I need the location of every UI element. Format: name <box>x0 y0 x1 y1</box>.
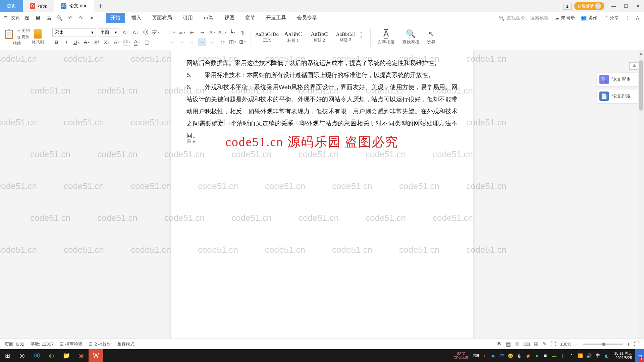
decrease-indent-icon[interactable]: ⇤ <box>188 28 196 37</box>
find-replace-button[interactable]: 🔍查找替换 <box>399 29 422 45</box>
window-count-badge[interactable]: 1 <box>563 3 572 10</box>
collapse-ribbon-icon[interactable]: ⋀ <box>636 15 639 21</box>
underline-icon[interactable]: U <box>72 38 80 46</box>
tray-icon-3[interactable]: ◆ <box>489 349 497 362</box>
wifi-icon[interactable]: 📶 <box>576 349 585 362</box>
highlight-icon[interactable]: ab <box>123 38 131 46</box>
outline-view-icon[interactable]: ≣ <box>515 341 519 347</box>
page[interactable]: 网站后台数据库。采用这些技术降低了以后的系统运营成本，提高了系统的稳定性和易维护… <box>171 50 473 349</box>
cut-button[interactable]: ✂ 剪切 <box>17 28 30 34</box>
style-h3[interactable]: AaBbCcI标题 3 <box>333 29 358 46</box>
minimize-button[interactable]: — <box>608 0 620 12</box>
vertical-scrollbar[interactable]: ▲ ▼ <box>638 50 644 349</box>
tray-expand-icon[interactable]: ⌃ <box>567 349 576 362</box>
menu-view[interactable]: 视图 <box>220 13 239 23</box>
tray-icon-10[interactable]: ▬ <box>550 349 558 362</box>
fullscreen-icon[interactable]: ⛶ <box>634 341 639 347</box>
share-button[interactable]: ↗ 分享 <box>603 15 619 21</box>
menu-start[interactable]: 开始 <box>106 13 125 23</box>
print-icon[interactable]: 🖶 <box>45 15 53 21</box>
clear-format-icon[interactable]: ⓐ <box>142 28 150 37</box>
page-view-icon[interactable]: ▤ <box>506 341 511 347</box>
start-button[interactable]: ⊞ <box>0 349 15 362</box>
page-annotation-icon[interactable]: 🗎 ▸ <box>186 138 196 144</box>
clock[interactable]: 16:11 周三2021/8/25 <box>611 351 635 360</box>
strikethrough-icon[interactable]: A <box>83 38 91 46</box>
document-proof[interactable]: ☒ 文档校对 <box>89 341 111 347</box>
text-effects-icon[interactable]: A <box>113 38 121 46</box>
reading-view-icon[interactable]: 📖 <box>523 341 530 347</box>
print-preview-icon[interactable]: 🔍 <box>56 15 63 21</box>
explorer-icon[interactable]: 📁 <box>59 349 74 362</box>
shading-icon[interactable]: ◫ <box>228 38 236 46</box>
align-center-icon[interactable]: ≡ <box>178 38 186 46</box>
format-painter-group[interactable]: 格式刷 <box>32 29 44 45</box>
ime-indicator[interactable]: 中 <box>593 349 602 362</box>
save-icon[interactable]: 🖫 <box>24 15 31 21</box>
shrink-font-icon[interactable]: A↓ <box>131 28 140 37</box>
phonetic-icon[interactable]: 变 <box>152 28 160 37</box>
styles-nav[interactable]: ▴▾⌄ <box>360 30 366 44</box>
menu-pagelayout[interactable]: 页面布局 <box>147 13 177 23</box>
increase-indent-icon[interactable]: ⇥ <box>198 28 206 37</box>
volume-icon[interactable]: 🔊 <box>585 349 593 362</box>
borders-icon[interactable]: ⊞ <box>238 38 247 46</box>
web-view-icon[interactable]: ⊞ <box>534 341 538 347</box>
line-spacing-icon[interactable]: ↕ <box>218 38 226 46</box>
menu-references[interactable]: 引用 <box>178 13 198 23</box>
align-justify-icon[interactable]: ≡ <box>198 38 206 46</box>
italic-icon[interactable]: I <box>62 38 70 46</box>
bluetooth-icon[interactable]: ᛒ <box>558 349 567 362</box>
tray-icon-6[interactable]: 🐧 <box>515 349 524 362</box>
action-center-icon[interactable]: ▭1 <box>635 349 644 362</box>
style-body[interactable]: AaBbCcDd正文 <box>255 29 279 46</box>
cpu-temp[interactable]: 82℃CPU温度 <box>453 352 469 360</box>
eye-icon[interactable]: 👁 <box>496 341 502 347</box>
zoom-in-icon[interactable]: + <box>627 341 630 347</box>
zoom-knob[interactable] <box>602 343 605 346</box>
menu-chapter[interactable]: 章节 <box>240 13 260 23</box>
tray-icon-2[interactable]: ● <box>480 349 489 362</box>
save-as-icon[interactable]: 🖬 <box>35 15 42 21</box>
app-icon[interactable]: ◉ <box>74 349 89 362</box>
command-search[interactable]: 🔍查找命令、搜索模板 <box>499 15 549 21</box>
tab-marks-icon[interactable]: ┗ <box>228 28 236 37</box>
collab-button[interactable]: 👥 协作 <box>581 15 597 21</box>
paper-layout-button[interactable]: 📄论文排版 <box>596 89 639 103</box>
browser-icon[interactable]: ◍ <box>44 349 59 362</box>
zoom-level[interactable]: 100% <box>560 342 571 347</box>
zoom-out-icon[interactable]: − <box>575 341 578 347</box>
tray-icon-11[interactable]: ◐ <box>602 349 611 362</box>
menu-insert[interactable]: 插入 <box>126 13 146 23</box>
wps-icon[interactable]: W <box>89 349 103 362</box>
quick-dropdown-icon[interactable]: ▾ <box>88 15 96 21</box>
paste-icon[interactable]: 📋 <box>3 28 15 40</box>
bold-icon[interactable]: B <box>52 38 60 46</box>
paste-label[interactable]: 粘贴 <box>13 41 21 46</box>
menu-member[interactable]: 会员专享 <box>292 13 322 23</box>
spell-check[interactable]: ☑ 拼写检查 <box>60 341 83 347</box>
grow-font-icon[interactable]: A↑ <box>121 28 129 37</box>
maximize-button[interactable]: ☐ <box>620 0 632 12</box>
tray-icon-7[interactable]: ◉ <box>524 349 532 362</box>
task-view-icon[interactable]: ◎ <box>15 349 30 362</box>
sync-status[interactable]: ☁ 未同步 <box>555 15 575 21</box>
copy-button[interactable]: ⧉ 复制 <box>17 34 30 40</box>
file-menu[interactable]: 文件 <box>11 15 20 21</box>
style-h2[interactable]: AaBbC标题 2 <box>307 29 331 46</box>
fit-width-icon[interactable]: ⛶ <box>551 341 556 347</box>
tray-icon-9[interactable]: ▣ <box>541 349 550 362</box>
select-button[interactable]: ↖选择 <box>424 29 438 45</box>
undo-icon[interactable]: ↶ <box>67 15 74 21</box>
style-h1[interactable]: AaBbC标题 1 <box>281 29 305 46</box>
menu-devtools[interactable]: 开发工具 <box>261 13 291 23</box>
close-button[interactable]: ✕ <box>632 0 644 12</box>
tray-icon-4[interactable]: 🛡 <box>497 349 506 362</box>
superscript-icon[interactable]: X² <box>93 38 101 46</box>
edit-mode-icon[interactable]: ✎ <box>542 341 547 347</box>
show-marks-icon[interactable]: ¶ <box>238 28 247 37</box>
scroll-up-icon[interactable]: ▲ <box>638 50 644 56</box>
page-indicator[interactable]: 页面: 6/32 <box>5 341 24 347</box>
scroll-thumb[interactable] <box>639 60 643 111</box>
font-size-select[interactable]: 小四▾ <box>98 28 119 37</box>
